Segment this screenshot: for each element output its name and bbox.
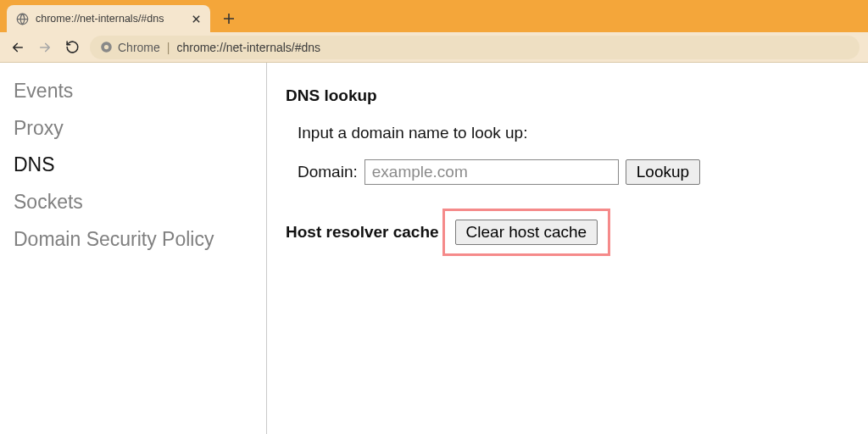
dns-lookup-hint: Input a domain name to look up: [298,124,849,142]
close-icon[interactable] [190,13,202,25]
tab-title: chrome://net-internals/#dns [36,13,183,25]
browser-tab-strip: chrome://net-internals/#dns [0,0,868,32]
domain-label: Domain: [298,163,358,181]
host-resolver-section: Host resolver cache Clear host cache [286,209,849,256]
omnibox-divider: | [167,41,170,54]
sidebar-item-events[interactable]: Events [14,73,266,110]
lookup-button[interactable]: Lookup [626,159,700,185]
globe-icon [15,12,29,25]
browser-tab[interactable]: chrome://net-internals/#dns [7,5,210,32]
domain-input[interactable] [364,159,619,185]
omnibox-scheme-label: Chrome [118,41,160,54]
clear-host-cache-button[interactable]: Clear host cache [455,220,598,245]
main-content: DNS lookup Input a domain name to look u… [267,63,868,434]
browser-toolbar: Chrome | chrome://net-internals/#dns [0,32,868,63]
sidebar-item-dns[interactable]: DNS [14,147,266,184]
dns-lookup-heading: DNS lookup [286,86,849,105]
dns-lookup-form: Domain: Lookup [298,159,849,185]
chrome-icon: Chrome [100,41,160,54]
sidebar-item-domain-security-policy[interactable]: Domain Security Policy [14,221,266,259]
new-tab-button[interactable] [217,7,241,31]
sidebar-item-proxy[interactable]: Proxy [14,110,266,147]
forward-button[interactable] [36,38,54,57]
highlight-annotation: Clear host cache [442,209,611,256]
address-bar[interactable]: Chrome | chrome://net-internals/#dns [90,36,860,59]
sidebar-item-sockets[interactable]: Sockets [14,184,266,221]
host-resolver-heading: Host resolver cache [286,223,439,242]
sidebar: Events Proxy DNS Sockets Domain Security… [0,63,267,434]
svg-point-2 [104,45,108,49]
reload-button[interactable] [63,38,81,57]
omnibox-url: chrome://net-internals/#dns [176,41,320,54]
back-button[interactable] [8,38,27,57]
page-body: Events Proxy DNS Sockets Domain Security… [0,63,868,434]
